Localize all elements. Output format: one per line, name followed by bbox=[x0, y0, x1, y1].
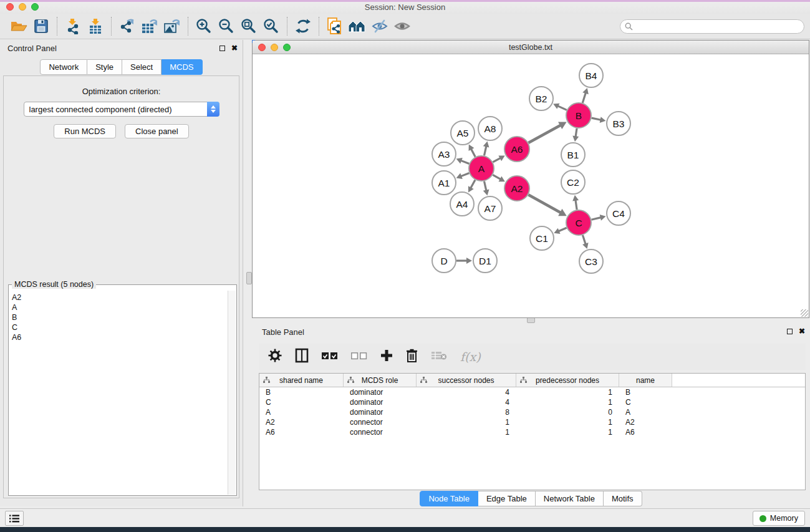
table-settings-button[interactable] bbox=[268, 349, 282, 365]
export-table-button[interactable] bbox=[138, 16, 161, 36]
minimize-window-button[interactable] bbox=[19, 3, 26, 11]
horizontal-splitter-grip[interactable] bbox=[527, 317, 535, 323]
export-image-button[interactable] bbox=[161, 16, 183, 36]
tab-network[interactable]: Network bbox=[40, 59, 87, 75]
column-header-successor-nodes[interactable]: successor nodes bbox=[417, 374, 516, 387]
criterion-select[interactable]: largest connected component (directed) bbox=[24, 102, 219, 117]
refresh-button[interactable] bbox=[292, 16, 314, 36]
control-panel: Control Panel ✖ NetworkStyleSelectMCDS O… bbox=[0, 40, 243, 506]
table-row-A6[interactable]: A6connector11A6 bbox=[259, 427, 805, 437]
float-table-panel-icon[interactable] bbox=[787, 329, 793, 334]
close-panel-button[interactable]: Close panel bbox=[125, 124, 189, 138]
zoom-in-button[interactable] bbox=[193, 16, 215, 36]
show-visibility-button[interactable] bbox=[391, 16, 413, 36]
column-header-predecessor-nodes[interactable]: predecessor nodes bbox=[516, 374, 619, 387]
gear-icon bbox=[268, 349, 282, 362]
result-scrollbar[interactable] bbox=[228, 291, 236, 495]
network-close-button[interactable] bbox=[258, 44, 266, 51]
close-panel-icon[interactable]: ✖ bbox=[231, 44, 238, 52]
toolbar-separator bbox=[188, 17, 188, 36]
graph-edge-B-B2[interactable] bbox=[557, 106, 566, 110]
column-header-shared-name[interactable]: shared name bbox=[259, 374, 344, 387]
graph-edge-A-A6[interactable] bbox=[493, 158, 500, 162]
memory-button[interactable]: Memory bbox=[753, 511, 805, 526]
float-panel-icon[interactable] bbox=[219, 46, 225, 51]
graph-edge-B-B4[interactable] bbox=[582, 93, 586, 103]
graph-node-label-A8: A8 bbox=[485, 123, 496, 134]
task-history-button[interactable] bbox=[5, 511, 24, 526]
graph-edge-C-C3[interactable] bbox=[582, 235, 586, 244]
import-table-button[interactable] bbox=[84, 16, 107, 36]
zoom-out-button[interactable] bbox=[215, 16, 238, 36]
tab-style[interactable]: Style bbox=[87, 59, 122, 75]
result-item-A6[interactable]: A6 bbox=[12, 332, 228, 342]
result-item-B[interactable]: B bbox=[12, 312, 228, 322]
graph-edge-A-A7[interactable] bbox=[484, 181, 486, 191]
home-button[interactable] bbox=[346, 16, 369, 36]
network-canvas[interactable]: B4B2BB3A8A5A6A3B1AA1C2A2A4A7C4CC1C3DD1 bbox=[253, 54, 809, 317]
network-frame-titlebar[interactable]: testGlobe.txt bbox=[253, 41, 809, 54]
tab-node-table[interactable]: Node Table bbox=[420, 491, 478, 506]
graph-edge-B-B3[interactable] bbox=[592, 118, 601, 120]
delete-column-button[interactable] bbox=[406, 349, 418, 365]
trash-icon bbox=[406, 349, 418, 362]
export-network-icon bbox=[119, 18, 136, 34]
zoom-window-button[interactable] bbox=[31, 3, 39, 11]
graph-edge-A-A8[interactable] bbox=[484, 146, 486, 155]
tab-mcds[interactable]: MCDS bbox=[162, 59, 202, 75]
select-columns-button[interactable] bbox=[295, 348, 309, 365]
desktop-background bbox=[0, 527, 810, 532]
graph-arrowhead-A-A8 bbox=[483, 142, 489, 148]
tab-edge-table[interactable]: Edge Table bbox=[478, 491, 536, 506]
hide-visibility-button[interactable] bbox=[369, 16, 391, 36]
add-column-button[interactable] bbox=[380, 349, 393, 364]
export-network-button[interactable] bbox=[116, 16, 138, 36]
graph-edge-B-B1[interactable] bbox=[576, 128, 577, 137]
search-input[interactable] bbox=[620, 19, 804, 34]
tab-select[interactable]: Select bbox=[122, 59, 162, 75]
vertical-splitter-grip[interactable] bbox=[246, 272, 252, 284]
import-table-icon bbox=[87, 18, 104, 34]
graph-edge-A-A3[interactable] bbox=[461, 160, 469, 163]
network-zoom-button[interactable] bbox=[283, 44, 291, 51]
open-session-button[interactable] bbox=[7, 16, 30, 36]
graph-edge-A-A2[interactable] bbox=[493, 175, 501, 179]
table-row-A[interactable]: Adominator80A bbox=[259, 407, 805, 417]
zoom-selected-button[interactable] bbox=[260, 16, 282, 36]
zoom-fit-button[interactable] bbox=[238, 16, 260, 36]
graph-arrowhead-C-C4 bbox=[600, 215, 606, 221]
graph-edge-A2-C[interactable] bbox=[528, 195, 561, 213]
tab-network-table[interactable]: Network Table bbox=[536, 491, 604, 506]
graph-edge-C-C1[interactable] bbox=[559, 228, 567, 231]
result-item-C[interactable]: C bbox=[12, 322, 228, 332]
deselect-all-rows-button[interactable] bbox=[351, 351, 367, 362]
graph-edge-A-A1[interactable] bbox=[461, 173, 469, 177]
table-body: Bdominator41BCdominator41CAdominator80AA… bbox=[259, 387, 805, 437]
graph-edge-A-A4[interactable] bbox=[471, 180, 475, 188]
table-row-C[interactable]: Cdominator41C bbox=[259, 397, 805, 407]
column-header-name[interactable]: name bbox=[619, 374, 672, 387]
network-minimize-button[interactable] bbox=[271, 44, 278, 51]
close-table-panel-icon[interactable]: ✖ bbox=[799, 327, 805, 335]
delete-table-button[interactable] bbox=[431, 351, 447, 363]
graph-edge-C-C4[interactable] bbox=[591, 218, 600, 220]
column-header-MCDS-role[interactable]: MCDS role bbox=[344, 374, 417, 387]
select-all-rows-button[interactable] bbox=[322, 351, 338, 362]
graph-edge-A6-B[interactable] bbox=[528, 125, 561, 143]
close-window-button[interactable] bbox=[6, 3, 14, 11]
graph-edge-C-C2[interactable] bbox=[576, 200, 577, 210]
function-builder-button[interactable]: f(x) bbox=[460, 350, 481, 364]
save-session-button[interactable] bbox=[30, 16, 52, 36]
control-panel-tabs: NetworkStyleSelectMCDS bbox=[0, 59, 243, 75]
cell-predecessor-nodes: 0 bbox=[516, 408, 619, 417]
new-network-from-selection-button[interactable] bbox=[324, 16, 346, 36]
table-row-B[interactable]: Bdominator41B bbox=[259, 387, 805, 397]
result-item-A[interactable]: A bbox=[12, 302, 228, 312]
run-mcds-button[interactable]: Run MCDS bbox=[54, 124, 116, 138]
result-item-A2[interactable]: A2 bbox=[12, 293, 228, 302]
tab-motifs[interactable]: Motifs bbox=[604, 491, 642, 506]
table-row-A2[interactable]: A2connector11A2 bbox=[259, 417, 805, 427]
graph-edge-A-A5[interactable] bbox=[471, 149, 476, 157]
frame-resize-grip[interactable] bbox=[801, 309, 808, 317]
import-network-button[interactable] bbox=[62, 16, 84, 36]
